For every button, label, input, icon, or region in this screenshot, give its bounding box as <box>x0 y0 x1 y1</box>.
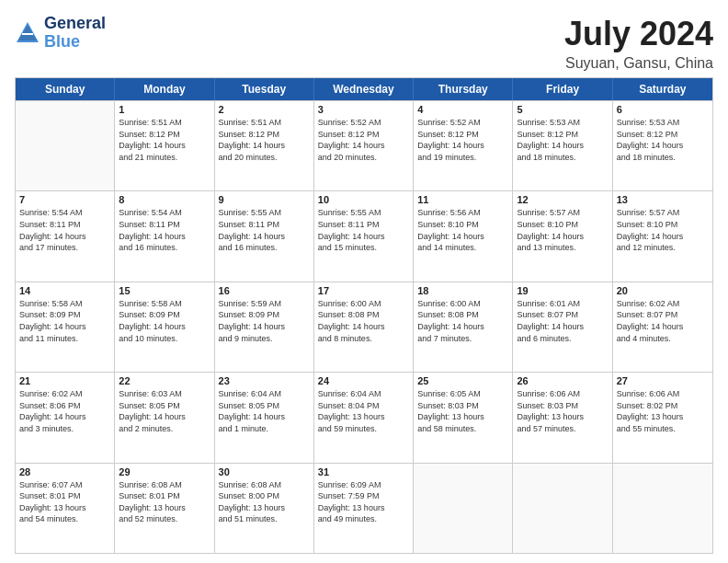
cal-cell-23: 23Sunrise: 6:04 AM Sunset: 8:05 PM Dayli… <box>215 373 314 462</box>
cal-cell-19: 19Sunrise: 6:01 AM Sunset: 8:07 PM Dayli… <box>513 282 612 372</box>
day-number: 11 <box>417 194 508 205</box>
svg-marker-1 <box>18 25 37 40</box>
cell-info: Sunrise: 5:57 AM Sunset: 8:10 PM Dayligh… <box>617 207 709 253</box>
cell-info: Sunrise: 6:00 AM Sunset: 8:08 PM Dayligh… <box>417 298 508 344</box>
cal-cell-15: 15Sunrise: 5:58 AM Sunset: 8:09 PM Dayli… <box>115 282 214 372</box>
day-number: 31 <box>318 466 409 477</box>
cell-info: Sunrise: 6:06 AM Sunset: 8:03 PM Dayligh… <box>517 388 608 434</box>
day-number: 16 <box>219 285 310 296</box>
cal-cell-27: 27Sunrise: 6:06 AM Sunset: 8:02 PM Dayli… <box>613 373 712 462</box>
day-number: 10 <box>318 194 409 205</box>
cell-info: Sunrise: 5:51 AM Sunset: 8:12 PM Dayligh… <box>119 117 210 163</box>
cal-row-1: 7Sunrise: 5:54 AM Sunset: 8:11 PM Daylig… <box>16 190 712 281</box>
cal-cell-28: 28Sunrise: 6:07 AM Sunset: 8:01 PM Dayli… <box>16 464 115 553</box>
cal-cell-empty-4-4 <box>414 464 513 553</box>
cal-cell-4: 4Sunrise: 5:52 AM Sunset: 8:12 PM Daylig… <box>414 101 513 190</box>
cal-cell-11: 11Sunrise: 5:56 AM Sunset: 8:10 PM Dayli… <box>414 191 513 281</box>
day-number: 12 <box>517 194 608 205</box>
cell-info: Sunrise: 5:54 AM Sunset: 8:11 PM Dayligh… <box>19 207 110 253</box>
cell-info: Sunrise: 6:01 AM Sunset: 8:07 PM Dayligh… <box>517 298 608 344</box>
cell-info: Sunrise: 5:58 AM Sunset: 8:09 PM Dayligh… <box>119 298 210 344</box>
cal-cell-18: 18Sunrise: 6:00 AM Sunset: 8:08 PM Dayli… <box>414 282 513 372</box>
logo-line1: General <box>44 15 106 33</box>
day-number: 26 <box>517 375 608 386</box>
calendar-body: 1Sunrise: 5:51 AM Sunset: 8:12 PM Daylig… <box>16 100 712 553</box>
subtitle: Suyuan, Gansu, China <box>564 55 713 72</box>
day-number: 4 <box>417 104 508 115</box>
day-number: 21 <box>19 375 110 386</box>
calendar: SundayMondayTuesdayWednesdayThursdayFrid… <box>15 77 713 554</box>
day-number: 24 <box>318 375 409 386</box>
cal-cell-21: 21Sunrise: 6:02 AM Sunset: 8:06 PM Dayli… <box>16 373 115 462</box>
header-cell-sunday: Sunday <box>16 78 115 100</box>
header-cell-tuesday: Tuesday <box>215 78 314 100</box>
calendar-header: SundayMondayTuesdayWednesdayThursdayFrid… <box>16 78 712 100</box>
cell-info: Sunrise: 6:03 AM Sunset: 8:05 PM Dayligh… <box>119 388 210 434</box>
cell-info: Sunrise: 5:57 AM Sunset: 8:10 PM Dayligh… <box>517 207 608 253</box>
cal-row-2: 14Sunrise: 5:58 AM Sunset: 8:09 PM Dayli… <box>16 282 712 372</box>
header-cell-wednesday: Wednesday <box>314 78 414 100</box>
cell-info: Sunrise: 6:09 AM Sunset: 7:59 PM Dayligh… <box>318 479 409 525</box>
cell-info: Sunrise: 6:04 AM Sunset: 8:04 PM Dayligh… <box>318 388 409 434</box>
cal-cell-31: 31Sunrise: 6:09 AM Sunset: 7:59 PM Dayli… <box>314 464 414 553</box>
day-number: 15 <box>119 285 210 296</box>
cal-cell-30: 30Sunrise: 6:08 AM Sunset: 8:00 PM Dayli… <box>215 464 314 553</box>
day-number: 5 <box>517 104 608 115</box>
cal-cell-12: 12Sunrise: 5:57 AM Sunset: 8:10 PM Dayli… <box>513 191 612 281</box>
day-number: 3 <box>318 104 409 115</box>
day-number: 29 <box>119 466 210 477</box>
cell-info: Sunrise: 6:05 AM Sunset: 8:03 PM Dayligh… <box>417 388 508 434</box>
cal-cell-20: 20Sunrise: 6:02 AM Sunset: 8:07 PM Dayli… <box>613 282 712 372</box>
cal-cell-6: 6Sunrise: 5:53 AM Sunset: 8:12 PM Daylig… <box>613 101 712 190</box>
cell-info: Sunrise: 6:06 AM Sunset: 8:02 PM Dayligh… <box>617 388 709 434</box>
day-number: 30 <box>219 466 310 477</box>
main-title: July 2024 <box>564 15 713 53</box>
cell-info: Sunrise: 5:54 AM Sunset: 8:11 PM Dayligh… <box>119 207 210 253</box>
cell-info: Sunrise: 6:04 AM Sunset: 8:05 PM Dayligh… <box>219 388 310 434</box>
day-number: 23 <box>219 375 310 386</box>
cell-info: Sunrise: 6:08 AM Sunset: 8:00 PM Dayligh… <box>219 479 310 525</box>
cell-info: Sunrise: 5:58 AM Sunset: 8:09 PM Dayligh… <box>19 298 110 344</box>
cell-info: Sunrise: 6:02 AM Sunset: 8:07 PM Dayligh… <box>617 298 709 344</box>
cal-cell-7: 7Sunrise: 5:54 AM Sunset: 8:11 PM Daylig… <box>16 191 115 281</box>
cell-info: Sunrise: 5:52 AM Sunset: 8:12 PM Dayligh… <box>318 117 409 163</box>
day-number: 1 <box>119 104 210 115</box>
cal-cell-2: 2Sunrise: 5:51 AM Sunset: 8:12 PM Daylig… <box>215 101 314 190</box>
cal-row-4: 28Sunrise: 6:07 AM Sunset: 8:01 PM Dayli… <box>16 463 712 553</box>
cal-row-3: 21Sunrise: 6:02 AM Sunset: 8:06 PM Dayli… <box>16 372 712 462</box>
page: General Blue July 2024 Suyuan, Gansu, Ch… <box>0 0 728 563</box>
cell-info: Sunrise: 6:08 AM Sunset: 8:01 PM Dayligh… <box>119 479 210 525</box>
day-number: 2 <box>219 104 310 115</box>
logo-line2: Blue <box>44 33 106 52</box>
cell-info: Sunrise: 5:55 AM Sunset: 8:11 PM Dayligh… <box>219 207 310 253</box>
day-number: 18 <box>417 285 508 296</box>
day-number: 9 <box>219 194 310 205</box>
cell-info: Sunrise: 5:59 AM Sunset: 8:09 PM Dayligh… <box>219 298 310 344</box>
day-number: 13 <box>617 194 709 205</box>
cal-cell-24: 24Sunrise: 6:04 AM Sunset: 8:04 PM Dayli… <box>314 373 414 462</box>
header-cell-saturday: Saturday <box>613 78 712 100</box>
cal-cell-1: 1Sunrise: 5:51 AM Sunset: 8:12 PM Daylig… <box>115 101 214 190</box>
day-number: 6 <box>617 104 709 115</box>
cal-cell-empty-0-0 <box>16 101 115 190</box>
header-cell-thursday: Thursday <box>414 78 513 100</box>
cell-info: Sunrise: 5:53 AM Sunset: 8:12 PM Dayligh… <box>517 117 608 163</box>
cal-cell-5: 5Sunrise: 5:53 AM Sunset: 8:12 PM Daylig… <box>513 101 612 190</box>
cal-cell-empty-4-5 <box>513 464 612 553</box>
cal-cell-29: 29Sunrise: 6:08 AM Sunset: 8:01 PM Dayli… <box>115 464 214 553</box>
day-number: 20 <box>617 285 709 296</box>
cal-cell-8: 8Sunrise: 5:54 AM Sunset: 8:11 PM Daylig… <box>115 191 214 281</box>
cal-cell-17: 17Sunrise: 6:00 AM Sunset: 8:08 PM Dayli… <box>314 282 414 372</box>
cell-info: Sunrise: 5:53 AM Sunset: 8:12 PM Dayligh… <box>617 117 709 163</box>
cell-info: Sunrise: 6:02 AM Sunset: 8:06 PM Dayligh… <box>19 388 110 434</box>
logo-text: General Blue <box>44 15 106 52</box>
title-block: July 2024 Suyuan, Gansu, China <box>564 15 713 72</box>
cal-cell-empty-4-6 <box>613 464 712 553</box>
cal-cell-3: 3Sunrise: 5:52 AM Sunset: 8:12 PM Daylig… <box>314 101 414 190</box>
cal-cell-22: 22Sunrise: 6:03 AM Sunset: 8:05 PM Dayli… <box>115 373 214 462</box>
header-cell-monday: Monday <box>115 78 214 100</box>
cal-cell-16: 16Sunrise: 5:59 AM Sunset: 8:09 PM Dayli… <box>215 282 314 372</box>
cell-info: Sunrise: 5:55 AM Sunset: 8:11 PM Dayligh… <box>318 207 409 253</box>
cell-info: Sunrise: 5:56 AM Sunset: 8:10 PM Dayligh… <box>417 207 508 253</box>
logo-icon <box>15 20 40 46</box>
